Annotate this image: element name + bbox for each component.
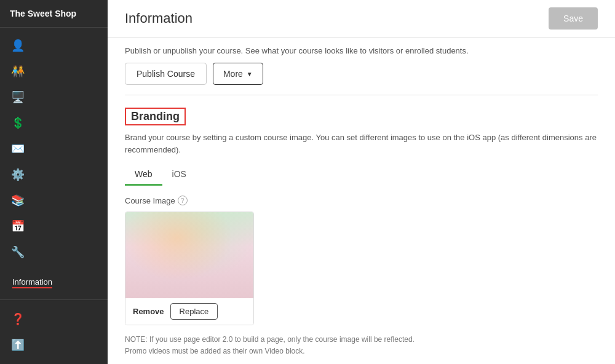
branding-description: Brand your course by setting a custom co…: [125, 132, 598, 156]
sidebar-icon-profile[interactable]: 👤: [0, 33, 108, 58]
sidebar-nav: Information Pages Curriculum Design Temp…: [0, 270, 108, 299]
sidebar-icon-library[interactable]: 📚: [0, 188, 108, 213]
branding-section: Branding Brand your course by setting a …: [125, 108, 598, 357]
save-button[interactable]: Save: [549, 7, 598, 30]
publish-course-button[interactable]: Publish Course: [125, 63, 207, 85]
replace-image-button[interactable]: Replace: [170, 303, 218, 320]
toolbar: Publish Course More ▼: [125, 63, 598, 95]
image-tabs: Web iOS: [125, 164, 598, 186]
image-actions: Remove Replace: [125, 298, 253, 325]
sidebar-item-pages[interactable]: Pages: [0, 293, 108, 299]
course-image-label: Course Image ?: [125, 196, 598, 205]
sidebar-icon-dollar[interactable]: 💲: [0, 110, 108, 136]
remove-image-button[interactable]: Remove: [133, 307, 164, 316]
sidebar-icon-users[interactable]: 🧑‍🤝‍🧑: [0, 58, 108, 84]
branding-note: NOTE: If you use page editor 2.0 to buil…: [125, 334, 598, 357]
course-image-inner: [125, 212, 254, 298]
sidebar-icon-settings[interactable]: ⚙️: [0, 162, 108, 188]
course-image-box: Remove Replace: [125, 212, 254, 325]
sidebar-icon-calendar[interactable]: 📅: [0, 213, 108, 239]
sidebar-icon-screen[interactable]: 🖥️: [0, 84, 108, 110]
upload-icon[interactable]: ⬆️: [0, 332, 108, 358]
help-tooltip-icon[interactable]: ?: [178, 196, 188, 205]
course-image-preview: [125, 212, 254, 298]
more-label: More: [223, 69, 243, 79]
toolbar-description: Publish or unpublish your course. See wh…: [125, 46, 598, 55]
sidebar-item-information[interactable]: Information: [0, 272, 108, 293]
sidebar-icon-tools[interactable]: 🔧: [0, 239, 108, 265]
sidebar-icon-group: 👤 🧑‍🤝‍🧑 🖥️ 💲 ✉️ ⚙️ 📚 📅 🔧: [0, 28, 108, 270]
help-icon[interactable]: ❓: [0, 306, 108, 332]
more-button[interactable]: More ▼: [213, 63, 263, 85]
tab-ios[interactable]: iOS: [162, 164, 196, 186]
sidebar-bottom: ❓ ⬆️: [0, 299, 108, 364]
tab-web[interactable]: Web: [125, 164, 162, 186]
brand-name: The Sweet Shop: [0, 0, 108, 28]
content-area: Branding Brand your course by setting a …: [108, 95, 615, 364]
page-title: Information: [125, 10, 192, 26]
top-section: Publish or unpublish your course. See wh…: [108, 38, 615, 95]
chevron-down-icon: ▼: [247, 71, 253, 77]
sidebar-icon-mail[interactable]: ✉️: [0, 136, 108, 162]
sidebar: The Sweet Shop 👤 🧑‍🤝‍🧑 🖥️ 💲 ✉️ ⚙️ 📚 📅 🔧 …: [0, 0, 108, 364]
header: Information Save: [108, 0, 615, 38]
main-content: Information Save Publish or unpublish yo…: [108, 0, 615, 364]
branding-title: Branding: [125, 108, 186, 125]
